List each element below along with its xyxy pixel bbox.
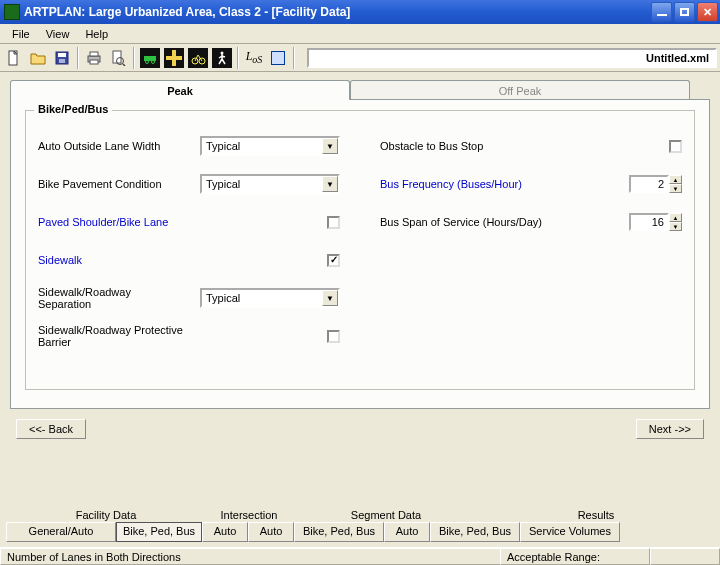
header-results: Results xyxy=(478,509,714,521)
btab-general-auto[interactable]: General/Auto xyxy=(6,522,116,542)
btab-auto-3[interactable]: Auto xyxy=(384,522,430,542)
group-legend: Bike/Ped/Bus xyxy=(34,103,112,115)
mode-bike-icon[interactable] xyxy=(187,47,209,69)
calendar-button[interactable] xyxy=(267,47,289,69)
spin-down-icon[interactable]: ▼ xyxy=(669,222,682,231)
label-sidewalk-roadway-separation: Sidewalk/Roadway Separation xyxy=(38,286,190,310)
svg-rect-10 xyxy=(144,56,156,61)
input-bus-span[interactable] xyxy=(629,213,669,231)
filename-display: Untitled.xml xyxy=(307,48,717,68)
btab-bike-ped-bus-1[interactable]: Bike, Ped, Bus xyxy=(116,522,202,542)
new-file-icon[interactable] xyxy=(3,47,25,69)
tab-page-peak: Bike/Ped/Bus Auto Outside Lane Width Typ… xyxy=(10,99,710,409)
select-value: Typical xyxy=(206,140,240,152)
spinner-bus-span[interactable]: ▲▼ xyxy=(629,213,682,231)
spinner-bus-frequency[interactable]: ▲▼ xyxy=(629,175,682,193)
window-title: ARTPLAN: Large Urbanized Area, Class 2 -… xyxy=(24,5,649,19)
header-segment-data: Segment Data xyxy=(294,509,478,521)
print-icon[interactable] xyxy=(83,47,105,69)
label-auto-outside-lane-width: Auto Outside Lane Width xyxy=(38,140,190,152)
select-bike-pavement-condition[interactable]: Typical ▼ xyxy=(200,174,340,194)
svg-point-12 xyxy=(152,60,155,63)
label-obstacle-to-bus-stop: Obstacle to Bus Stop xyxy=(380,140,622,152)
checkbox-paved-shoulder[interactable] xyxy=(327,216,340,229)
app-icon xyxy=(4,4,20,20)
btab-bike-ped-bus-2[interactable]: Bike, Ped, Bus xyxy=(294,522,384,542)
print-preview-icon[interactable] xyxy=(107,47,129,69)
tabstrip: Peak Off Peak xyxy=(10,80,710,100)
svg-rect-2 xyxy=(58,53,66,57)
label-sidewalk-roadway-protective-barrier: Sidewalk/Roadway Protective Barrier xyxy=(38,324,190,348)
link-sidewalk[interactable]: Sidewalk xyxy=(38,254,190,266)
btab-auto-1[interactable]: Auto xyxy=(202,522,248,542)
spin-up-icon[interactable]: ▲ xyxy=(669,175,682,184)
status-range-label: Acceptable Range: xyxy=(500,548,650,565)
los-button[interactable]: LoS xyxy=(243,47,265,69)
svg-rect-6 xyxy=(90,60,98,64)
save-icon[interactable] xyxy=(51,47,73,69)
minimize-button[interactable] xyxy=(651,2,672,22)
header-intersection: Intersection xyxy=(204,509,294,521)
mode-auto-icon[interactable] xyxy=(139,47,161,69)
checkbox-sidewalk[interactable]: ✓ xyxy=(327,254,340,267)
select-sidewalk-roadway-separation[interactable]: Typical ▼ xyxy=(200,288,340,308)
input-bus-frequency[interactable] xyxy=(629,175,669,193)
select-value: Typical xyxy=(206,292,240,304)
select-auto-outside-lane-width[interactable]: Typical ▼ xyxy=(200,136,340,156)
status-range-value xyxy=(650,548,720,565)
section-navigator: Facility Data Intersection Segment Data … xyxy=(0,509,720,547)
btab-bike-ped-bus-3[interactable]: Bike, Ped, Bus xyxy=(430,522,520,542)
group-bike-ped-bus: Bike/Ped/Bus Auto Outside Lane Width Typ… xyxy=(25,110,695,390)
close-button[interactable]: ✕ xyxy=(697,2,718,22)
maximize-button[interactable] xyxy=(674,2,695,22)
menu-file[interactable]: File xyxy=(4,26,38,42)
btab-auto-2[interactable]: Auto xyxy=(248,522,294,542)
tab-off-peak[interactable]: Off Peak xyxy=(350,80,690,100)
header-facility-data: Facility Data xyxy=(8,509,204,521)
link-bus-frequency[interactable]: Bus Frequency (Buses/Hour) xyxy=(380,178,622,190)
menubar: File View Help xyxy=(0,24,720,44)
svg-rect-3 xyxy=(59,59,65,63)
select-value: Typical xyxy=(206,178,240,190)
checkbox-obstacle-bus-stop[interactable] xyxy=(669,140,682,153)
statusbar: Number of Lanes in Both Directions Accep… xyxy=(0,547,720,565)
svg-rect-5 xyxy=(90,52,98,56)
tab-peak[interactable]: Peak xyxy=(10,80,350,100)
btab-service-volumes[interactable]: Service Volumes xyxy=(520,522,620,542)
toolbar: LoS Untitled.xml xyxy=(0,44,720,72)
mode-intersection-icon[interactable] xyxy=(163,47,185,69)
chevron-down-icon: ▼ xyxy=(322,290,338,306)
svg-point-11 xyxy=(146,60,149,63)
back-button[interactable]: <<- Back xyxy=(16,419,86,439)
checkbox-sidewalk-barrier[interactable] xyxy=(327,330,340,343)
label-bus-span-of-service: Bus Span of Service (Hours/Day) xyxy=(380,216,622,228)
open-file-icon[interactable] xyxy=(27,47,49,69)
label-bike-pavement-condition: Bike Pavement Condition xyxy=(38,178,190,190)
svg-line-9 xyxy=(123,64,125,66)
mode-ped-icon[interactable] xyxy=(211,47,233,69)
menu-help[interactable]: Help xyxy=(77,26,116,42)
menu-view[interactable]: View xyxy=(38,26,78,42)
spin-up-icon[interactable]: ▲ xyxy=(669,213,682,222)
chevron-down-icon: ▼ xyxy=(322,176,338,192)
svg-rect-15 xyxy=(166,56,182,60)
link-paved-shoulder-bike-lane[interactable]: Paved Shoulder/Bike Lane xyxy=(38,216,190,228)
titlebar: ARTPLAN: Large Urbanized Area, Class 2 -… xyxy=(0,0,720,24)
status-hint: Number of Lanes in Both Directions xyxy=(0,548,500,565)
next-button[interactable]: Next ->> xyxy=(636,419,704,439)
chevron-down-icon: ▼ xyxy=(322,138,338,154)
spin-down-icon[interactable]: ▼ xyxy=(669,184,682,193)
